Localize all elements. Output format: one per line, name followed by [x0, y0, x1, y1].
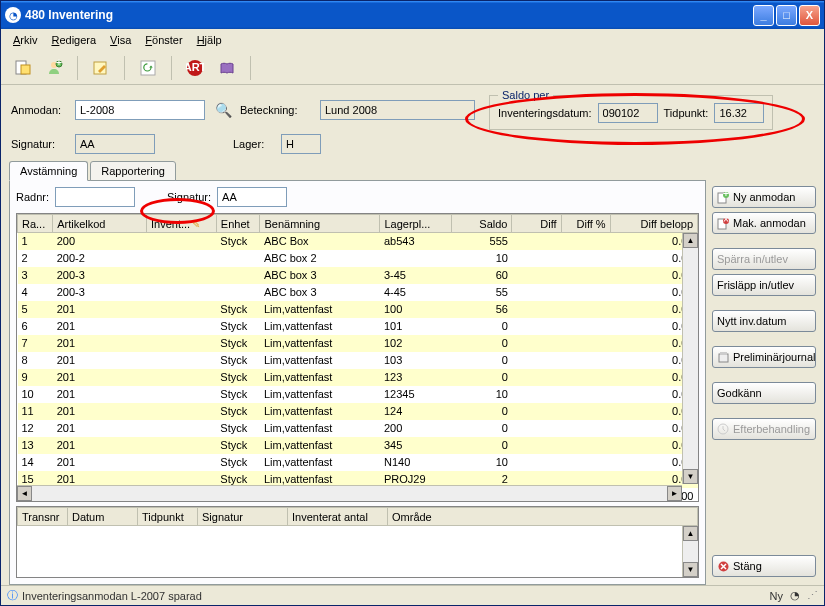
col-saldo[interactable]: Saldo	[452, 215, 512, 233]
sub-grid[interactable]: Transnr Datum Tidpunkt Signatur Inventer…	[17, 507, 698, 526]
frislapp-button[interactable]: Frisläpp in/utlev	[712, 274, 816, 296]
invdatum-input	[598, 103, 658, 123]
svg-rect-15	[719, 354, 728, 362]
radnr-label: Radnr:	[16, 191, 49, 203]
toolbar-user-icon[interactable]: +	[41, 55, 67, 81]
table-row[interactable]: 1200StyckABC Boxab5435550.00	[18, 233, 698, 250]
subcol-signatur[interactable]: Signatur	[198, 508, 288, 526]
window-title: 480 Inventering	[25, 8, 753, 22]
table-row[interactable]: 14201StyckLim,vattenfastN140100.00	[18, 454, 698, 471]
godkann-button[interactable]: Godkänn	[712, 382, 816, 404]
ny-anmodan-button[interactable]: +Ny anmodan	[712, 186, 816, 208]
status-ny: Ny	[770, 590, 783, 602]
app-icon: ◔	[5, 7, 21, 23]
menu-arkiv[interactable]: Arkiv	[7, 32, 43, 48]
toolbar-edit-icon[interactable]	[88, 55, 114, 81]
table-row[interactable]: 12201StyckLim,vattenfast20000.00	[18, 420, 698, 437]
svg-text:+: +	[56, 59, 62, 68]
sub-vertical-scrollbar[interactable]: ▲▼	[682, 526, 698, 577]
svg-rect-6	[141, 61, 155, 75]
svg-rect-1	[21, 65, 30, 74]
tidpunkt-label: Tidpunkt:	[664, 107, 709, 119]
titlebar: ◔ 480 Inventering _ □ X	[1, 1, 824, 29]
signatur-input	[75, 134, 155, 154]
nytt-invdatum-button[interactable]: Nytt inv.datum	[712, 310, 816, 332]
table-row[interactable]: 2200-2ABC box 2100.00	[18, 250, 698, 267]
svg-text:ART: ART	[186, 61, 204, 73]
table-row[interactable]: 10201StyckLim,vattenfast12345100.00	[18, 386, 698, 403]
anmodan-input[interactable]	[75, 100, 205, 120]
lager-label: Lager:	[233, 138, 273, 150]
vertical-scrollbar[interactable]: ▲▼	[682, 233, 698, 484]
menubar: Arkiv Redigera Visa Fönster Hjälp	[1, 29, 824, 51]
col-diffp[interactable]: Diff %	[561, 215, 610, 233]
invdatum-label: Inventeringsdatum:	[498, 107, 592, 119]
statusbar: ⓘ Inventeringsanmodan L-2007 sparad Ny ◔…	[1, 585, 824, 605]
mak-anmodan-button[interactable]: ×Mak. anmodan	[712, 212, 816, 234]
menu-redigera[interactable]: Redigera	[45, 32, 102, 48]
tidpunkt-input	[714, 103, 764, 123]
table-row[interactable]: 5201StyckLim,vattenfast100560.00	[18, 301, 698, 318]
minimize-button[interactable]: _	[753, 5, 774, 26]
status-message: Inventeringsanmodan L-2007 sparad	[22, 590, 202, 602]
col-enhet[interactable]: Enhet	[216, 215, 260, 233]
radnr-input[interactable]	[55, 187, 135, 207]
menu-fonster[interactable]: Fönster	[139, 32, 188, 48]
toolbar-art-icon[interactable]: ART	[182, 55, 208, 81]
toolbar-refresh-icon[interactable]	[135, 55, 161, 81]
toolbar: + ART	[1, 51, 824, 85]
info-icon: ⓘ	[7, 588, 18, 603]
toolbar-new-icon[interactable]	[9, 55, 35, 81]
search-icon[interactable]: 🔍	[215, 102, 232, 118]
col-invent[interactable]: Invent...✎	[146, 215, 216, 233]
subcol-omrade[interactable]: Område	[388, 508, 698, 526]
col-ra[interactable]: Ra...	[18, 215, 53, 233]
subcol-datum[interactable]: Datum	[68, 508, 138, 526]
saldo-legend: Saldo per	[498, 89, 553, 101]
efter-button: Efterbehandling	[712, 418, 816, 440]
table-row[interactable]: 6201StyckLim,vattenfast10100.00	[18, 318, 698, 335]
maximize-button[interactable]: □	[776, 5, 797, 26]
anmodan-label: Anmodan:	[11, 104, 67, 116]
beteckning-label: Beteckning:	[240, 104, 312, 116]
toolbar-book-icon[interactable]	[214, 55, 240, 81]
col-benamning[interactable]: Benämning	[260, 215, 380, 233]
subcol-tidpunkt[interactable]: Tidpunkt	[138, 508, 198, 526]
table-row[interactable]: 7201StyckLim,vattenfast10200.00	[18, 335, 698, 352]
table-row[interactable]: 8201StyckLim,vattenfast10300.00	[18, 352, 698, 369]
filter-signatur-input[interactable]	[217, 187, 287, 207]
svg-text:+: +	[723, 191, 729, 199]
main-grid[interactable]: Ra... Artikelkod Invent...✎ Enhet Benämn…	[17, 214, 698, 501]
svg-text:×: ×	[723, 217, 729, 225]
filter-signatur-label: Signatur:	[167, 191, 211, 203]
table-row[interactable]: 9201StyckLim,vattenfast12300.00	[18, 369, 698, 386]
prelim-button[interactable]: Preliminärjournal	[712, 346, 816, 368]
subcol-inventerat[interactable]: Inventerat antal	[288, 508, 388, 526]
tab-avstamning[interactable]: Avstämning	[9, 161, 88, 181]
horizontal-scrollbar[interactable]: ◄►	[17, 485, 682, 501]
pencil-icon: ✎	[192, 219, 200, 230]
svg-rect-16	[720, 352, 727, 355]
table-row[interactable]: 4200-3ABC box 34-45550.00	[18, 284, 698, 301]
col-diff[interactable]: Diff	[512, 215, 561, 233]
menu-visa[interactable]: Visa	[104, 32, 137, 48]
sparra-button: Spärra in/utlev	[712, 248, 816, 270]
resize-grip-icon[interactable]: ⋰	[807, 589, 818, 602]
subcol-transnr[interactable]: Transnr	[18, 508, 68, 526]
signatur-label: Signatur:	[11, 138, 67, 150]
table-row[interactable]: 13201StyckLim,vattenfast34500.00	[18, 437, 698, 454]
beteckning-input	[320, 100, 475, 120]
col-diffbelopp[interactable]: Diff belopp	[610, 215, 697, 233]
close-button[interactable]: X	[799, 5, 820, 26]
col-artikelkod[interactable]: Artikelkod	[53, 215, 147, 233]
table-row[interactable]: 3200-3ABC box 33-45600.00	[18, 267, 698, 284]
stang-button[interactable]: Stäng	[712, 555, 816, 577]
table-row[interactable]: 11201StyckLim,vattenfast12400.00	[18, 403, 698, 420]
menu-hjalp[interactable]: Hjälp	[191, 32, 228, 48]
tab-rapportering[interactable]: Rapportering	[90, 161, 176, 181]
col-lagerpl[interactable]: Lagerpl...	[380, 215, 452, 233]
lager-input	[281, 134, 321, 154]
